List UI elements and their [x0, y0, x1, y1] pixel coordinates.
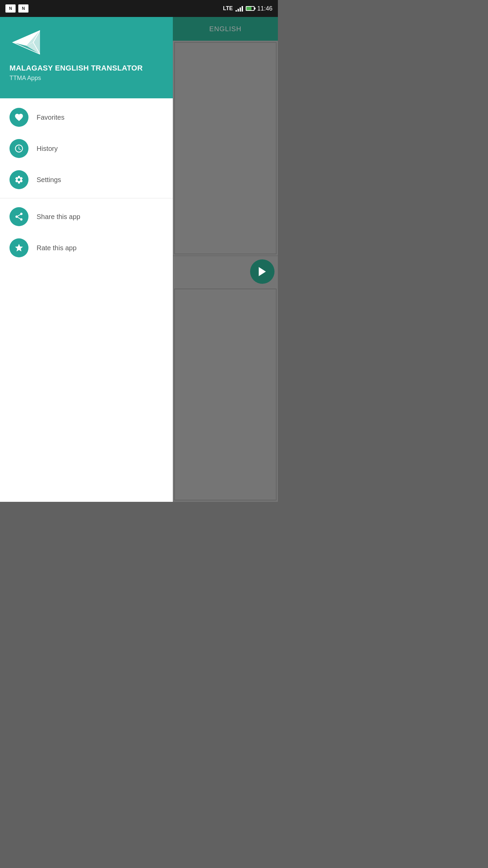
clock-icon — [14, 144, 24, 153]
share-icon-circle — [9, 207, 28, 226]
settings-label: Settings — [37, 176, 61, 184]
drawer-header: MALAGASY ENGLISH TRANSLATOR TTMA Apps — [0, 17, 173, 98]
drawer: MALAGASY ENGLISH TRANSLATOR TTMA Apps Fa… — [0, 17, 173, 502]
rate-label: Rate this app — [37, 244, 77, 252]
translate-button-area — [173, 256, 278, 287]
nfc-icon-1: N — [5, 4, 16, 13]
language-label: ENGLISH — [209, 25, 242, 33]
drawer-menu: Favorites History Settings — [0, 98, 173, 502]
heart-icon — [14, 113, 24, 122]
status-bar-right: LTE 11:46 — [223, 5, 272, 12]
network-type-label: LTE — [223, 5, 233, 12]
menu-divider — [0, 198, 173, 198]
time-label: 11:46 — [257, 5, 272, 12]
app-logo-icon — [9, 27, 40, 58]
app-subtitle: TTMA Apps — [9, 75, 163, 82]
favorites-label: Favorites — [37, 114, 64, 121]
history-icon-circle — [9, 139, 28, 158]
settings-icon-circle — [9, 170, 28, 189]
gear-icon — [14, 175, 24, 184]
favorites-icon-circle — [9, 108, 28, 127]
nfc-icon-2: N — [18, 4, 28, 13]
star-icon — [14, 243, 24, 253]
share-icon — [14, 212, 24, 221]
app-layout: MALAGASY ENGLISH TRANSLATOR TTMA Apps Fa… — [0, 17, 278, 502]
battery-icon — [246, 6, 255, 11]
menu-item-settings[interactable]: Settings — [0, 164, 173, 195]
translate-icon — [256, 265, 268, 278]
output-area — [174, 289, 277, 501]
signal-icon — [236, 5, 243, 12]
input-area[interactable] — [174, 42, 277, 254]
right-panel-content — [173, 41, 278, 502]
status-bar-left: N N — [5, 4, 28, 13]
status-bar: N N LTE 11:46 — [0, 0, 278, 17]
menu-item-history[interactable]: History — [0, 133, 173, 164]
history-label: History — [37, 145, 58, 153]
menu-item-share[interactable]: Share this app — [0, 201, 173, 232]
right-panel: ENGLISH — [173, 17, 278, 502]
app-title: MALAGASY ENGLISH TRANSLATOR — [9, 64, 163, 73]
right-panel-header: ENGLISH — [173, 17, 278, 41]
rate-icon-circle — [9, 238, 28, 257]
menu-item-favorites[interactable]: Favorites — [0, 102, 173, 133]
menu-item-rate[interactable]: Rate this app — [0, 232, 173, 263]
share-label: Share this app — [37, 213, 80, 221]
translate-button[interactable] — [250, 259, 274, 284]
svg-marker-4 — [259, 267, 266, 276]
